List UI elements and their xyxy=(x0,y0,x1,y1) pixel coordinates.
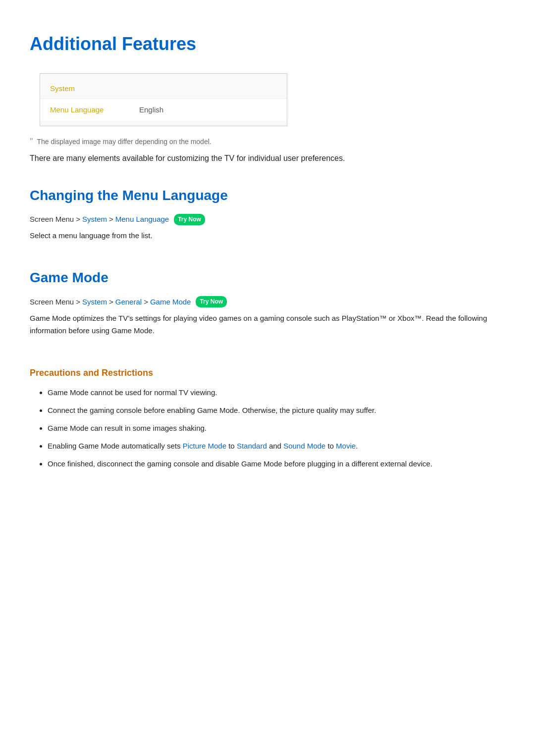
breadcrumb-system-link[interactable]: System xyxy=(82,213,107,225)
list-item: Enabling Game Mode automatically sets Pi… xyxy=(48,440,505,452)
image-note-text: The displayed image may differ depending… xyxy=(37,136,211,147)
section-game-mode: Game Mode Screen Menu > System > General… xyxy=(30,267,505,337)
menu-ui-row: Menu Language English xyxy=(40,99,287,121)
section-precautions: Precautions and Restrictions Game Mode c… xyxy=(30,366,505,470)
list-item: Game Mode can result in some images shak… xyxy=(48,422,505,434)
breadcrumb-game-sep1: > xyxy=(76,296,80,308)
breadcrumb-part1: Screen Menu xyxy=(30,213,74,225)
picture-mode-link[interactable]: Picture Mode xyxy=(183,442,226,450)
intro-text: There are many elements available for cu… xyxy=(30,152,505,165)
breadcrumb-game-part1: Screen Menu xyxy=(30,296,74,308)
breadcrumb-language: Screen Menu > System > Menu Language Try… xyxy=(30,213,505,225)
sound-mode-link[interactable]: Sound Mode xyxy=(283,442,325,450)
section-menu-language: Changing the Menu Language Screen Menu >… xyxy=(30,185,505,242)
list-item: Game Mode cannot be used for normal TV v… xyxy=(48,387,505,399)
breadcrumb-game-general-link[interactable]: General xyxy=(115,296,142,308)
precaution-item-4-mid2: and xyxy=(267,442,283,450)
breadcrumb-game-sep2: > xyxy=(109,296,113,308)
section-game-title: Game Mode xyxy=(30,267,505,289)
breadcrumb-game: Screen Menu > System > General > Game Mo… xyxy=(30,296,505,308)
breadcrumb-game-system-link[interactable]: System xyxy=(82,296,107,308)
list-item: Connect the gaming console before enabli… xyxy=(48,404,505,416)
movie-link[interactable]: Movie xyxy=(336,442,356,450)
breadcrumb-menulang-link[interactable]: Menu Language xyxy=(115,213,169,225)
menu-row-value: English xyxy=(139,104,163,116)
breadcrumb-game-sep3: > xyxy=(144,296,148,308)
try-now-badge-game[interactable]: Try Now xyxy=(196,296,227,307)
standard-link[interactable]: Standard xyxy=(237,442,267,450)
section-language-desc: Select a menu language from the list. xyxy=(30,229,505,242)
precaution-item-4-mid3: to xyxy=(325,442,336,450)
section-language-title: Changing the Menu Language xyxy=(30,185,505,207)
precautions-list: Game Mode cannot be used for normal TV v… xyxy=(30,387,505,470)
precaution-item-1: Game Mode cannot be used for normal TV v… xyxy=(48,388,217,397)
precaution-item-4-before: Enabling Game Mode automatically sets xyxy=(48,442,183,450)
menu-ui-screenshot: System Menu Language English xyxy=(40,73,287,126)
precaution-item-2: Connect the gaming console before enabli… xyxy=(48,406,376,414)
page-title: Additional Features xyxy=(30,30,505,58)
breadcrumb-sep2: > xyxy=(109,213,113,225)
menu-system-label: System xyxy=(40,79,287,99)
image-note: " The displayed image may differ dependi… xyxy=(30,136,505,147)
list-item: Once finished, disconnect the gaming con… xyxy=(48,458,505,470)
precaution-item-3: Game Mode can result in some images shak… xyxy=(48,424,207,432)
try-now-badge-language[interactable]: Try Now xyxy=(174,214,205,225)
breadcrumb-game-mode-link[interactable]: Game Mode xyxy=(150,296,191,308)
precaution-item-5: Once finished, disconnect the gaming con… xyxy=(48,459,432,468)
breadcrumb-sep1: > xyxy=(76,213,80,225)
precautions-title: Precautions and Restrictions xyxy=(30,366,505,380)
quote-icon: " xyxy=(30,137,33,146)
section-game-desc: Game Mode optimizes the TV’s settings fo… xyxy=(30,312,505,337)
precaution-item-4-mid1: to xyxy=(226,442,237,450)
menu-row-label: Menu Language xyxy=(50,104,139,116)
precaution-item-4-after: . xyxy=(356,442,358,450)
